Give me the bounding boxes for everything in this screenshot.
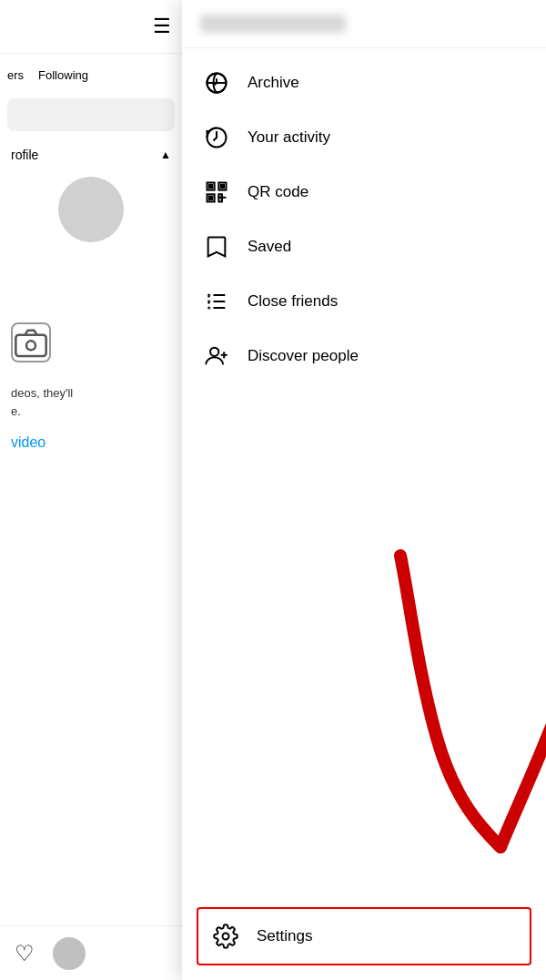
profile-label: rofile bbox=[11, 148, 38, 162]
bottom-navigation: ♡ bbox=[0, 925, 182, 980]
svg-rect-7 bbox=[209, 185, 213, 189]
menu-item-settings[interactable]: Settings bbox=[198, 909, 530, 964]
username-display bbox=[200, 15, 346, 33]
svg-rect-9 bbox=[209, 197, 213, 200]
chevron-up-icon[interactable]: ▲ bbox=[160, 148, 171, 161]
saved-label: Saved bbox=[248, 238, 291, 256]
menu-item-archive[interactable]: Archive bbox=[182, 56, 546, 110]
heart-icon[interactable]: ♡ bbox=[15, 941, 35, 966]
dropdown-menu: Archive Your activity bbox=[182, 0, 546, 980]
user-avatar-small[interactable] bbox=[53, 937, 86, 970]
svg-point-19 bbox=[210, 348, 218, 356]
hamburger-icon[interactable]: ☰ bbox=[153, 15, 171, 38]
discover-people-icon bbox=[202, 342, 231, 371]
svg-rect-8 bbox=[221, 185, 225, 189]
qr-code-label: QR code bbox=[248, 183, 308, 201]
avatar bbox=[58, 177, 124, 242]
svg-text:★: ★ bbox=[207, 292, 211, 298]
settings-label: Settings bbox=[257, 927, 312, 945]
menu-item-saved[interactable]: Saved bbox=[182, 219, 546, 274]
close-friends-label: Close friends bbox=[248, 292, 338, 311]
empty-state-line2: e. bbox=[11, 404, 21, 418]
menu-item-qr-code[interactable]: QR code bbox=[182, 165, 546, 219]
svg-rect-10 bbox=[218, 198, 222, 202]
qr-icon bbox=[202, 178, 231, 207]
archive-label: Archive bbox=[248, 74, 299, 92]
menu-list: Archive Your activity bbox=[182, 48, 546, 482]
profile-stats: ers Following bbox=[0, 54, 182, 89]
bookmark-icon bbox=[202, 232, 231, 261]
search-bar[interactable] bbox=[7, 98, 175, 131]
followers-label: ers bbox=[7, 68, 24, 82]
profile-background-panel: ☰ ers Following rofile ▲ deos, they'll e… bbox=[0, 0, 182, 980]
activity-icon bbox=[202, 123, 231, 152]
following-label: Following bbox=[38, 68, 88, 82]
video-link[interactable]: video bbox=[11, 434, 46, 450]
empty-state-text: deos, they'll e. bbox=[0, 370, 182, 434]
svg-point-1 bbox=[26, 341, 35, 350]
svg-point-22 bbox=[223, 934, 229, 940]
menu-item-close-friends[interactable]: ★ ★ ★ Close friends bbox=[182, 274, 546, 329]
video-link-area: video bbox=[0, 434, 182, 451]
camera-icon bbox=[11, 322, 51, 362]
profile-section-header: rofile ▲ bbox=[0, 140, 182, 169]
discover-people-label: Discover people bbox=[248, 347, 359, 365]
settings-item-wrapper: Settings bbox=[197, 907, 531, 965]
svg-rect-0 bbox=[15, 335, 46, 356]
menu-spacer bbox=[182, 482, 546, 901]
top-bar: ☰ bbox=[0, 0, 182, 54]
menu-item-discover-people[interactable]: Discover people bbox=[182, 329, 546, 383]
svg-text:★: ★ bbox=[207, 299, 211, 304]
empty-state-line1: deos, they'll bbox=[11, 386, 73, 400]
archive-icon bbox=[202, 68, 231, 97]
settings-section: Settings bbox=[182, 900, 546, 980]
menu-item-your-activity[interactable]: Your activity bbox=[182, 110, 546, 165]
gear-icon bbox=[211, 922, 240, 951]
your-activity-label: Your activity bbox=[248, 128, 330, 147]
svg-text:★: ★ bbox=[207, 305, 211, 311]
close-friends-icon: ★ ★ ★ bbox=[202, 287, 231, 316]
search-bar-area bbox=[0, 89, 182, 140]
dropdown-header bbox=[182, 0, 546, 48]
camera-icon-area bbox=[0, 250, 182, 370]
